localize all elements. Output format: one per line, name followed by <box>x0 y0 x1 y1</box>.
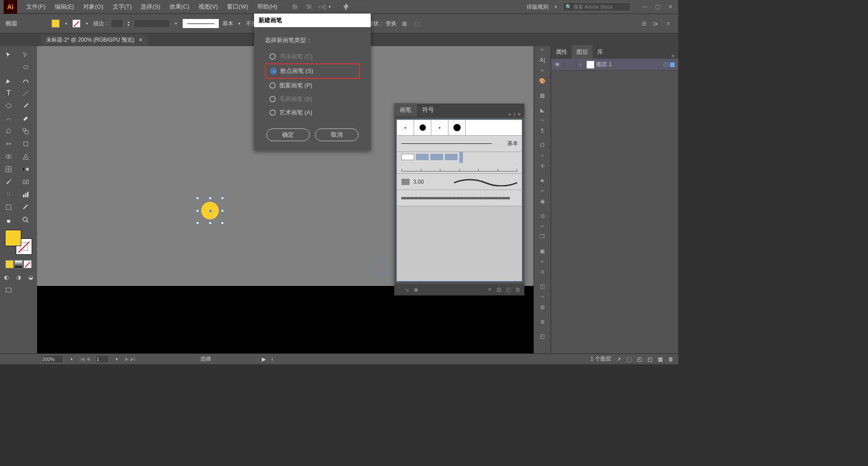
tab-symbols[interactable]: 符号 <box>417 103 439 117</box>
fill-color[interactable] <box>5 230 21 246</box>
menu-type[interactable]: 文字(T) <box>108 3 137 11</box>
shaper-tool[interactable] <box>0 112 17 125</box>
symbol-sprayer-tool[interactable] <box>0 188 17 201</box>
draw-behind-icon[interactable]: ◑ <box>12 271 24 284</box>
direct-selection-tool[interactable] <box>17 49 34 62</box>
brush-dropdown[interactable]: ▾ <box>237 21 242 26</box>
search-input[interactable]: 🔍 搜索 Adobe Stock <box>563 2 631 11</box>
brush-thumb-1[interactable] <box>397 120 414 135</box>
status-back-icon[interactable]: ‹ <box>271 356 273 362</box>
symbols-dock-icon[interactable]: ♣ <box>538 176 547 185</box>
artboard-dropdown[interactable]: ▾ <box>114 357 120 361</box>
lasso-tool[interactable] <box>17 62 34 74</box>
swatches-dock-icon[interactable]: ▦ <box>538 90 547 100</box>
zoom-input[interactable] <box>41 355 63 363</box>
panel-menu-icon[interactable]: ≡ <box>664 19 673 28</box>
brush-delete-icon[interactable]: 🗑 <box>515 286 521 293</box>
menu-file[interactable]: 文件(F) <box>22 3 50 11</box>
zoom-tool[interactable] <box>17 214 34 226</box>
scale-tool[interactable] <box>17 125 34 138</box>
magic-wand-tool[interactable] <box>0 62 17 74</box>
stroke-swatch[interactable] <box>72 19 80 28</box>
radio-scatter[interactable]: 散点画笔 (S) <box>265 63 360 79</box>
close-button[interactable]: ✕ <box>668 4 675 10</box>
gradient-dock-icon[interactable]: ◣ <box>538 105 547 115</box>
stroke-width-input[interactable] <box>111 19 123 28</box>
stroke-dock-icon[interactable]: ≡ <box>538 267 547 277</box>
menu-effect[interactable]: 效果(C) <box>165 3 194 11</box>
pen-tool[interactable] <box>0 74 17 87</box>
status-icon-4[interactable]: ◰ <box>647 356 652 362</box>
status-trash-icon[interactable]: 🗑 <box>668 356 674 362</box>
slice-tool[interactable] <box>17 201 34 214</box>
prev-artboard-icon[interactable]: ◀ <box>86 357 90 361</box>
isolate-icon[interactable]: ▦ <box>400 19 409 28</box>
ctrl-icon-1[interactable]: ⊞ <box>640 19 649 28</box>
menu-edit[interactable]: 编辑(E) <box>50 3 79 11</box>
stock-icon[interactable]: St <box>304 2 313 11</box>
rotate-tool[interactable] <box>0 125 17 138</box>
fill-swatch[interactable] <box>52 19 60 28</box>
layout-dropdown[interactable]: ▾ <box>553 5 558 9</box>
document-tab-close[interactable]: × <box>139 36 142 43</box>
tab-brushes[interactable]: 画笔 <box>394 103 417 117</box>
radio-art[interactable]: 艺术画笔 (A) <box>265 106 360 119</box>
graphic-styles-dock-icon[interactable]: ◎ <box>538 211 547 221</box>
bridge-icon[interactable]: Br <box>291 2 300 11</box>
draw-normal-icon[interactable]: ◐ <box>0 271 12 284</box>
fill-dropdown[interactable]: ▾ <box>63 21 69 26</box>
transparency-dock-icon[interactable]: ◫ <box>538 281 547 291</box>
stroke-profile[interactable] <box>134 19 170 28</box>
pathfinder-dock-icon[interactable]: ◰ <box>538 331 547 341</box>
curvature-tool[interactable] <box>17 74 34 87</box>
artboards-dock-icon[interactable]: ▣ <box>538 246 547 256</box>
tab-libraries[interactable]: 库 <box>593 45 608 59</box>
brush-thumb-4[interactable] <box>448 120 466 135</box>
brush-thumb-3[interactable] <box>431 120 448 135</box>
layer-visibility-icon[interactable]: 👁 <box>551 62 564 68</box>
cancel-button[interactable]: 取消 <box>315 128 359 141</box>
gradient-tool[interactable] <box>17 163 34 176</box>
brushes-dock-icon[interactable]: ✢ <box>538 161 547 171</box>
char-dock-icon[interactable]: ¶ <box>538 126 547 136</box>
ok-button[interactable]: 确定 <box>266 128 310 141</box>
zoom-dropdown[interactable]: ▾ <box>69 357 74 361</box>
width-tool[interactable] <box>0 138 17 150</box>
arrange-docs-icon[interactable]: ▭▯ <box>318 2 327 11</box>
layer-name[interactable]: 图层 1 <box>596 61 612 68</box>
selected-ellipse[interactable] <box>198 198 222 223</box>
stroke-dropdown[interactable]: ▾ <box>84 21 90 26</box>
layout-rules-label[interactable]: 排版规则 <box>527 3 548 11</box>
screen-mode-tool[interactable] <box>0 284 17 296</box>
arrange-dropdown[interactable]: ▾ <box>327 5 332 9</box>
menu-view[interactable]: 视图(V) <box>194 3 222 11</box>
menu-window[interactable]: 窗口(W) <box>222 3 253 11</box>
eraser-tool[interactable] <box>17 112 34 125</box>
panel-collapse-icon[interactable]: » <box>509 111 511 117</box>
minimize-button[interactable]: — <box>642 4 648 10</box>
edit-icon[interactable]: ⬚ <box>413 19 422 28</box>
blend-tool[interactable] <box>17 176 34 188</box>
brush-thumb-2[interactable] <box>414 120 431 135</box>
gpu-icon[interactable] <box>341 2 350 11</box>
panel-menu-icon[interactable]: ≡ <box>518 111 521 117</box>
perspective-tool[interactable] <box>17 150 34 163</box>
tab-layers[interactable]: 图层 <box>572 45 593 59</box>
paintbrush-tool[interactable] <box>17 100 34 112</box>
brush-libs-icon[interactable]: ⬛↘ <box>398 286 409 293</box>
eyedropper-tool[interactable] <box>0 176 17 188</box>
status-icon-5[interactable]: ▦ <box>658 356 663 362</box>
maximize-button[interactable]: ▢ <box>655 4 661 10</box>
menu-select[interactable]: 选择(S) <box>136 3 165 11</box>
stroke-profile-dropdown[interactable]: ▾ <box>174 21 179 26</box>
appearance-dock-icon[interactable]: ◉ <box>538 196 547 206</box>
brush-basic[interactable]: 基本 <box>397 136 522 152</box>
layers-dock-icon[interactable]: ❐ <box>538 232 547 242</box>
mesh-tool[interactable] <box>0 163 17 176</box>
type-tool[interactable]: T <box>0 87 17 100</box>
brush-cc-icon[interactable]: ◉ <box>414 286 418 293</box>
first-artboard-icon[interactable]: |◀ <box>80 357 85 361</box>
stroke-stepper[interactable]: ▲▼ <box>127 20 130 27</box>
status-play-icon[interactable]: ▶ <box>262 356 266 362</box>
artboard-tool[interactable] <box>0 201 17 214</box>
